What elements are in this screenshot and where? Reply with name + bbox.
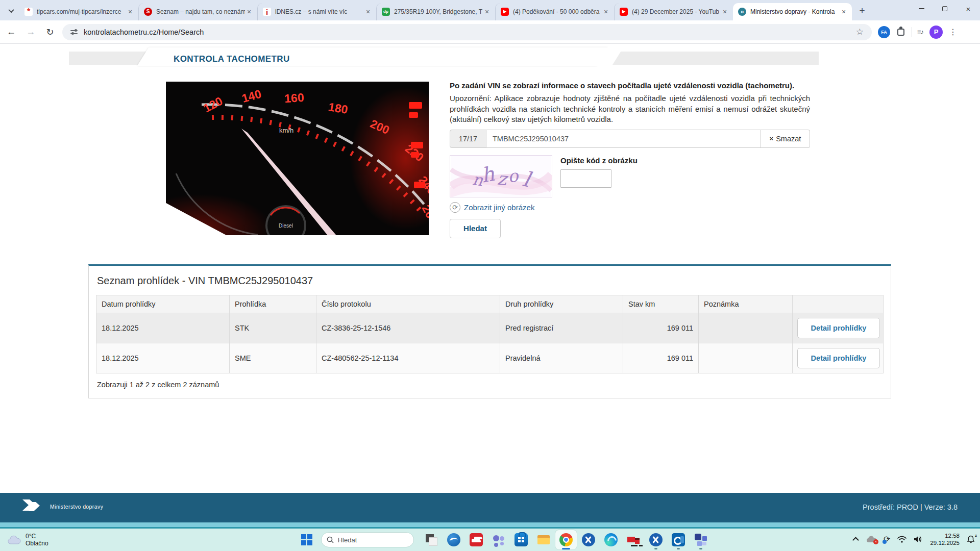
tab-favicon: dp (382, 8, 390, 16)
chevron-down-icon (8, 7, 14, 13)
file-explorer-icon[interactable] (532, 530, 555, 550)
column-header: Číslo protokolu (316, 295, 500, 313)
cell-date: 18.12.2025 (96, 343, 230, 373)
tab-close-icon[interactable]: × (126, 8, 134, 16)
media-controls-icon[interactable]: ≡♪ (917, 28, 923, 36)
detail-button[interactable]: Detail prohlídky (797, 318, 880, 338)
extensions-puzzle-icon[interactable] (895, 27, 906, 38)
footer-accent-strip (0, 522, 980, 527)
captcha-section: n h z o l Opište kód z obrázku (450, 155, 810, 197)
column-header: Prohlídka (230, 295, 316, 313)
system-tray: × ⟳ 12:58 29.12.2025 (854, 527, 980, 551)
window-controls: × (910, 0, 980, 17)
microsoft-store-icon[interactable] (510, 530, 532, 550)
tab-close-icon[interactable]: × (840, 8, 848, 16)
outlook-icon[interactable] (667, 530, 690, 550)
cell-km-state: 169 011 (623, 343, 699, 373)
ministry-logo-icon (22, 499, 44, 514)
cell-date: 18.12.2025 (96, 313, 230, 343)
cell-inspection-type: SME (230, 343, 316, 373)
browser-tab[interactable]: dp 275/35R19 100Y, Bridgestone, T × (376, 3, 495, 20)
browser-tab[interactable]: ▶ (4) 29 December 2025 - YouTub × (614, 3, 733, 20)
footer-logo-text: Ministerstvo dopravy (50, 504, 103, 510)
search-form: Po zadání VIN se zobrazí informace o sta… (450, 81, 810, 238)
onedrive-status-icon[interactable]: × (866, 536, 876, 543)
tab-title: Seznam – najdu tam, co neznám (156, 8, 245, 15)
pinwheel-app-icon[interactable] (577, 530, 600, 550)
browser-tab[interactable]: ▶ (4) Poděkování - 50 000 odběra × (495, 3, 614, 20)
bookmark-star-icon[interactable]: ☆ (856, 27, 864, 37)
taskbar-clock[interactable]: 12:58 29.12.2025 (930, 532, 960, 546)
wifi-icon[interactable] (897, 536, 906, 543)
puzzle-blocks-app-icon[interactable] (690, 530, 712, 550)
desktop-app-icon[interactable] (420, 530, 443, 550)
page-footer: Ministerstvo dopravy Prostředí: PROD | V… (0, 493, 980, 522)
tab-title: iDNES.cz – s námi víte víc (275, 8, 364, 15)
tab-title: 275/35R19 100Y, Bridgestone, T (394, 8, 483, 15)
tab-search-button[interactable] (4, 4, 18, 18)
fa-extension-icon[interactable]: FA (878, 26, 890, 38)
tab-favicon: i (263, 8, 271, 16)
edge-icon[interactable] (600, 530, 622, 550)
tipcars-app-icon[interactable] (465, 530, 487, 550)
column-header: Datum prohlídky (96, 295, 230, 313)
table-body: 18.12.2025 STK CZ-3836-25-12-1546 Pred r… (96, 313, 884, 373)
taskbar-search-placeholder: Hledat (338, 536, 357, 544)
speedo-unit-label: km/h (279, 127, 293, 134)
profile-avatar[interactable]: P (929, 26, 943, 39)
browser-tab[interactable]: S Seznam – najdu tam, co neznám × (138, 3, 257, 20)
forward-button[interactable]: → (22, 24, 39, 40)
captcha-input[interactable] (560, 169, 611, 188)
clear-x-icon: × (770, 135, 774, 142)
site-settings-icon[interactable] (70, 29, 79, 35)
address-bar[interactable]: kontrolatachometru.cz/Home/Search ☆ (62, 24, 872, 40)
tab-title: (4) Poděkování - 50 000 odběra (513, 8, 602, 15)
search-submit-button[interactable]: Hledat (450, 219, 501, 238)
back-button[interactable]: ← (3, 24, 19, 40)
column-header (793, 295, 884, 313)
taskbar-search-box[interactable]: Hledat (321, 532, 414, 547)
cell-note (699, 343, 793, 373)
results-summary: Zobrazuji 1 až 2 z celkem 2 záznamů (97, 381, 883, 389)
vin-input[interactable] (486, 130, 761, 148)
browser-tab[interactable]: » Ministerstvo dopravy - Kontrola × (733, 3, 852, 20)
tab-close-icon[interactable]: × (483, 8, 491, 16)
tab-close-icon[interactable]: × (364, 8, 372, 16)
refresh-captcha-icon[interactable]: ⟳ (450, 202, 460, 213)
pixel-truck-app-icon[interactable] (622, 530, 645, 550)
tab-close-icon[interactable]: × (245, 8, 253, 16)
teams-icon[interactable] (487, 530, 510, 550)
tab-close-icon[interactable]: × (721, 8, 729, 16)
openoffice-icon[interactable] (443, 530, 465, 550)
browser-tab[interactable]: i iDNES.cz – s námi víte víc × (257, 3, 376, 20)
window-maximize-button[interactable] (933, 0, 957, 17)
tab-favicon: S (144, 8, 152, 16)
window-minimize-button[interactable] (910, 0, 933, 17)
pinwheel-app-icon-2[interactable] (645, 530, 667, 550)
refresh-captcha-link[interactable]: Zobrazit jiný obrázek (464, 203, 534, 212)
environment-version-text: Prostředí: PROD | Verze: 3.8 (863, 503, 958, 511)
cell-inspection-type: STK (230, 313, 316, 343)
tab-strip-tabs: * tipcars.com/muj-tipcars/inzerce × S Se… (19, 3, 852, 20)
browser-menu-icon[interactable]: ⋮ (949, 27, 957, 37)
reload-button[interactable]: ↻ (42, 24, 58, 40)
new-tab-button[interactable]: + (855, 4, 869, 18)
cell-inspection-kind: Pravidelná (500, 343, 623, 373)
url-text[interactable]: kontrolatachometru.cz/Home/Search (84, 28, 856, 36)
notification-bell-icon[interactable]: z (967, 535, 975, 543)
volume-icon[interactable] (914, 536, 923, 543)
onedrive-error-badge: × (873, 539, 878, 544)
update-sync-icon[interactable]: ⟳ (884, 534, 890, 544)
browser-tab[interactable]: * tipcars.com/muj-tipcars/inzerce × (19, 3, 138, 20)
vin-clear-button[interactable]: ×Smazat (761, 130, 810, 148)
detail-button[interactable]: Detail prohlídky (797, 348, 880, 368)
weather-temp: 0°C (26, 533, 48, 540)
tab-close-icon[interactable]: × (602, 8, 610, 16)
window-close-button[interactable]: × (957, 0, 980, 17)
tab-favicon: ▶ (620, 8, 628, 16)
taskbar-weather-widget[interactable]: 0°COblačno (7, 533, 48, 547)
start-button[interactable] (298, 531, 316, 549)
minimize-icon (919, 8, 924, 9)
chrome-icon[interactable] (555, 530, 577, 550)
clock-time: 12:58 (930, 532, 960, 539)
